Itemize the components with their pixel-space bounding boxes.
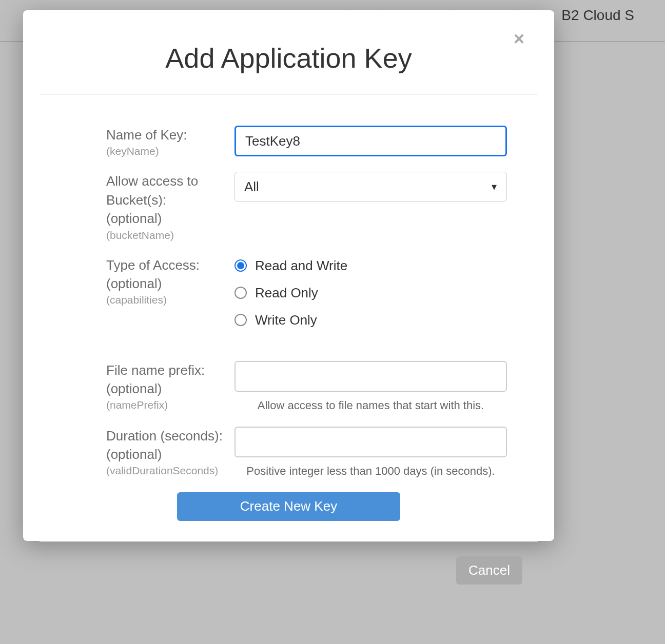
modal-title: Add Application Key xyxy=(40,42,538,74)
prefix-optional: (optional) xyxy=(106,379,234,398)
access-radio-group: Read and Write Read Only Write Only xyxy=(234,258,507,328)
duration-input[interactable] xyxy=(234,427,507,457)
field-row-access: Type of Access: (optional) (capabilities… xyxy=(40,256,538,328)
radio-icon xyxy=(234,259,247,272)
access-label: Type of Access: xyxy=(106,256,234,274)
divider xyxy=(40,94,538,95)
create-new-key-button[interactable]: Create New Key xyxy=(177,492,400,521)
key-name-hint: (keyName) xyxy=(106,145,234,157)
radio-read-write[interactable]: Read and Write xyxy=(234,258,507,274)
duration-optional: (optional) xyxy=(106,445,234,464)
access-optional: (optional) xyxy=(106,274,234,293)
access-hint: (capabilities) xyxy=(106,294,234,306)
add-application-key-modal: × Add Application Key Name of Key: (keyN… xyxy=(23,10,554,541)
prefix-input[interactable] xyxy=(234,361,507,392)
close-icon[interactable]: × xyxy=(514,30,524,48)
duration-help: Positive integer less than 1000 days (in… xyxy=(234,465,507,478)
field-row-bucket: Allow access to Bucket(s): (optional) (b… xyxy=(40,172,538,241)
duration-label: Duration (seconds): xyxy=(106,427,234,445)
radio-label: Write Only xyxy=(255,312,317,328)
field-row-duration: Duration (seconds): (optional) (validDur… xyxy=(40,427,538,478)
prefix-label: File name prefix: xyxy=(106,361,234,379)
radio-label: Read Only xyxy=(255,285,318,301)
key-name-label: Name of Key: xyxy=(106,126,234,144)
divider xyxy=(40,541,538,542)
duration-hint: (validDurationSeconds) xyxy=(106,465,234,477)
key-name-input[interactable] xyxy=(234,126,507,156)
radio-icon xyxy=(234,314,247,326)
radio-write-only[interactable]: Write Only xyxy=(234,312,507,328)
cancel-button[interactable]: Cancel xyxy=(456,556,522,585)
bucket-select[interactable]: All xyxy=(234,172,507,202)
prefix-hint: (namePrefix) xyxy=(106,399,234,411)
prefix-help: Allow access to file names that start wi… xyxy=(234,399,507,412)
radio-label: Read and Write xyxy=(255,258,347,274)
bucket-optional: (optional) xyxy=(106,209,234,228)
radio-read-only[interactable]: Read Only xyxy=(234,285,507,301)
field-row-key-name: Name of Key: (keyName) xyxy=(40,126,538,157)
bucket-label: Allow access to Bucket(s): xyxy=(106,172,234,209)
field-row-prefix: File name prefix: (optional) (namePrefix… xyxy=(40,361,538,412)
radio-icon xyxy=(234,287,247,299)
bucket-hint: (bucketName) xyxy=(106,229,234,242)
